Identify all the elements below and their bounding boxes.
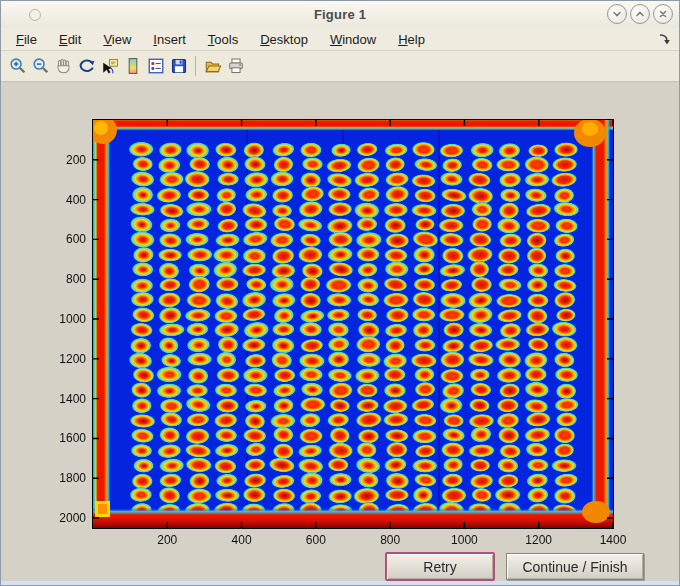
rotate-3d-icon	[78, 57, 96, 75]
zoom-in-icon	[9, 57, 27, 75]
plot-axes	[92, 119, 614, 529]
legend-button[interactable]	[144, 54, 167, 78]
zoom-out-icon	[32, 57, 50, 75]
chevron-down-icon	[611, 8, 623, 20]
menu-bar: FileEditViewInsertToolsDesktopWindowHelp	[1, 29, 679, 51]
print-icon	[227, 57, 245, 75]
window-bottom-edge	[1, 581, 679, 585]
window-title: Figure 1	[1, 7, 679, 22]
save-button[interactable]	[167, 54, 190, 78]
toolbar-separator	[195, 56, 196, 76]
pan-button[interactable]	[52, 54, 75, 78]
menu-item-window[interactable]: Window	[319, 30, 387, 49]
print-button[interactable]	[224, 54, 247, 78]
menu-item-file[interactable]: File	[5, 30, 48, 49]
maximize-button[interactable]	[630, 4, 650, 24]
microarray-scan-image	[93, 120, 613, 528]
menu-item-tools[interactable]: Tools	[197, 30, 249, 49]
colorbar-button[interactable]	[121, 54, 144, 78]
menu-item-help[interactable]: Help	[387, 30, 436, 49]
menu-item-edit[interactable]: Edit	[48, 30, 92, 49]
open-folder-icon	[204, 57, 222, 75]
title-bar: Figure 1	[1, 1, 679, 30]
minimize-button[interactable]	[607, 4, 627, 24]
colorbar-icon	[124, 57, 142, 75]
legend-icon	[147, 57, 165, 75]
zoom-in-button[interactable]	[6, 54, 29, 78]
open-button[interactable]	[201, 54, 224, 78]
window-controls	[607, 4, 673, 24]
continue-finish-button[interactable]: Continue / Finish	[506, 553, 644, 580]
rotate-3d-button[interactable]	[75, 54, 98, 78]
figure-toolbar	[1, 51, 679, 82]
menu-item-view[interactable]: View	[92, 30, 142, 49]
data-cursor-icon	[101, 57, 119, 75]
figure-window: Figure 1 FileEditViewInsertToolsDesktopW…	[0, 0, 680, 586]
pan-hand-icon	[55, 57, 73, 75]
menu-item-desktop[interactable]: Desktop	[249, 30, 319, 49]
retry-button[interactable]: Retry	[385, 552, 495, 581]
dock-figure-icon[interactable]	[658, 33, 671, 46]
close-button[interactable]	[653, 4, 673, 24]
close-icon	[657, 8, 669, 20]
data-cursor-button[interactable]	[98, 54, 121, 78]
save-icon	[170, 57, 188, 75]
menu-item-insert[interactable]: Insert	[142, 30, 197, 49]
zoom-out-button[interactable]	[29, 54, 52, 78]
chevron-up-icon	[634, 8, 646, 20]
